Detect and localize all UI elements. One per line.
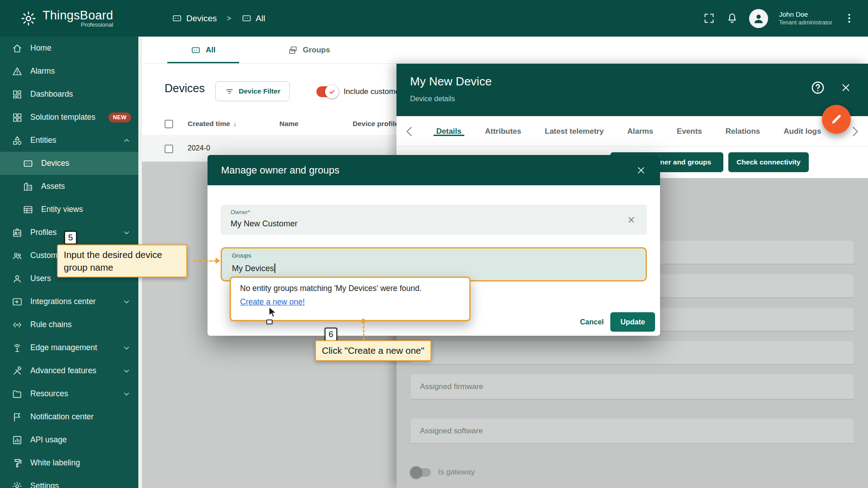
chevron-down-icon [122,366,131,375]
details-subtitle: Device details [410,95,868,103]
dashboards-icon [12,89,23,100]
column-header-device-profile[interactable]: Device profile [353,120,399,128]
cancel-button[interactable]: Cancel [572,314,612,331]
sidebar-item-solution-templates[interactable]: Solution templatesNEW [0,106,138,129]
details-tab-bar: DetailsAttributesLatest telemetryAlarmsE… [396,116,868,147]
device-filter-button[interactable]: Device Filter [215,81,290,101]
resources-icon [12,389,23,399]
is-gateway-label: Is gateway [438,468,475,477]
breadcrumb-separator: > [227,14,231,23]
select-all-checkbox[interactable] [165,120,173,128]
sidebar-item-notification-center[interactable]: Notification center [0,405,138,428]
sidebar-item-api-usage[interactable]: API usage [0,428,138,451]
sidebar-item-edge-management[interactable]: Edge management [0,336,138,359]
customers-icon [12,250,23,261]
avatar[interactable] [749,9,768,28]
chevron-down-icon [122,297,131,306]
white-labeling-icon [12,458,23,469]
chevron-down-icon [122,343,131,352]
details-tab-relations[interactable]: Relations [726,127,760,136]
devices-icon [172,13,182,23]
breadcrumb-label: All [256,14,265,23]
mouse-cursor [267,306,278,319]
sidebar-item-resources[interactable]: Resources [0,382,138,405]
sidebar-item-settings[interactable]: Settings [0,474,138,488]
sidebar-item-entity-views[interactable]: Entity views [0,198,138,221]
help-icon[interactable] [810,80,826,95]
details-tab-details[interactable]: Details [436,127,462,136]
text-cursor [274,263,275,273]
owner-field[interactable]: Owner* My New Customer [221,205,647,235]
assigned-software-label: Assigned software [420,427,483,436]
dialog-close-icon[interactable] [636,165,646,176]
step-callout-6: Click "Create a new one" [315,340,431,361]
breadcrumb-devices[interactable]: Devices [172,13,217,23]
breadcrumb-all[interactable]: All [241,13,265,23]
fullscreen-icon[interactable] [703,12,715,24]
sidebar-item-label: Home [30,43,131,53]
content-tab-all[interactable]: All [167,37,239,63]
column-header-name[interactable]: Name [279,120,298,128]
sidebar-item-assets[interactable]: Assets [0,175,138,198]
column-header-created-time[interactable]: Created time↓ [188,120,236,128]
details-tab-events[interactable]: Events [677,127,702,136]
sidebar-item-white-labeling[interactable]: White labeling [0,451,138,474]
pencil-icon [830,113,843,126]
tabs-scroll-left-icon[interactable] [402,124,417,139]
user-info: John Doe Tenant administrator [779,10,832,26]
assigned-software-field: Assigned software [411,418,854,444]
sidebar-item-rule-chains[interactable]: Rule chains [0,313,138,336]
create-new-one-link[interactable]: Create a new one! [240,297,305,307]
notifications-bell-icon[interactable] [726,12,738,24]
row-checkbox[interactable] [165,145,173,153]
details-tab-alarms[interactable]: Alarms [627,127,653,136]
groups-field-value: My Devices [232,263,275,273]
sidebar-item-label: Rule chains [30,320,131,329]
sidebar-item-devices[interactable]: Devices [0,152,138,175]
groups-autocomplete-dropdown: No entity groups matching 'My Devices' w… [230,277,471,321]
sidebar-item-label: API usage [30,435,131,445]
entities-icon [12,135,23,146]
sidebar-item-dashboards[interactable]: Dashboards [0,83,138,106]
templates-icon [12,112,23,123]
sidebar-item-label: Dashboards [30,89,131,99]
content-tab-groups[interactable]: Groups [264,37,354,63]
include-customers-toggle[interactable] [316,86,337,97]
owner-clear-icon[interactable] [627,215,636,225]
sidebar-item-alarms[interactable]: Alarms [0,60,138,83]
devices-icon [241,13,252,23]
disabled-field [411,341,854,365]
edit-fab-button[interactable] [822,105,851,134]
assigned-firmware-label: Assigned firmware [420,382,483,391]
details-tab-attributes[interactable]: Attributes [485,127,521,136]
home-icon [12,43,23,54]
topbar: ThingsBoard Professional Devices > All J… [0,0,868,37]
profiles-icon [12,227,23,238]
details-tab-latest-telemetry[interactable]: Latest telemetry [545,127,604,136]
update-button[interactable]: Update [610,312,655,332]
details-close-icon[interactable] [840,82,852,94]
kebab-menu-icon[interactable] [843,12,855,24]
sidebar-item-label: Settings [30,481,131,488]
details-tab-audit-logs[interactable]: Audit logs [783,127,821,136]
groups-icon [288,45,298,55]
cursor-square [266,319,273,324]
groups-field-label: Groups [232,252,251,259]
sidebar-item-label: Integrations center [30,297,114,306]
sidebar-item-advanced-features[interactable]: Advanced features [0,359,138,382]
assets-icon [23,181,33,192]
tab-label: Groups [303,46,330,55]
sidebar-item-entities[interactable]: Entities [0,129,138,152]
is-gateway-row: Is gateway [411,468,475,477]
sidebar-item-label: White labeling [30,458,131,468]
thingsboard-logo-icon [20,10,37,27]
sidebar-item-label: Advanced features [30,366,114,375]
cell-created-time: 2024-0 [188,144,210,152]
include-customers-toggle-row: Include customers [316,86,406,97]
sidebar-item-home[interactable]: Home [0,37,138,60]
check-connectivity-button[interactable]: Check connectivity [728,152,809,172]
details-title: My New Device [410,75,868,89]
sidebar-item-integrations-center[interactable]: Integrations center [0,290,138,313]
step-badge-6: 6 [325,328,337,341]
tabs-scroll-right-icon[interactable] [847,124,863,139]
